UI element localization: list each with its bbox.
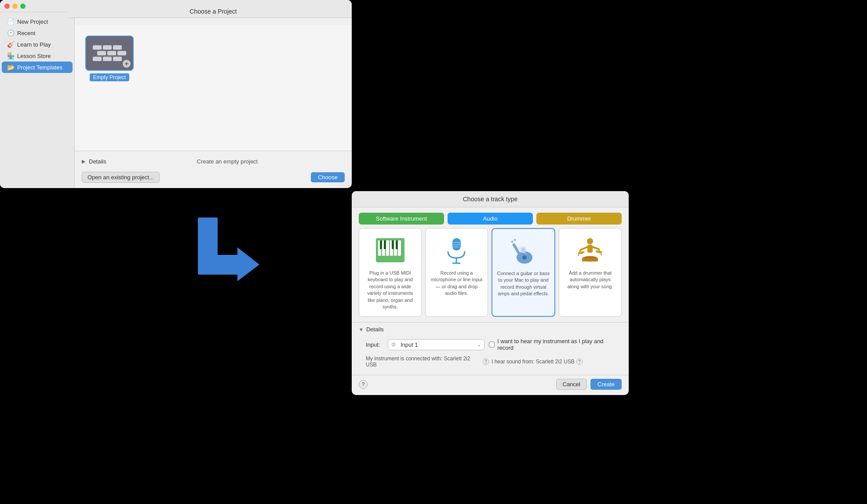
instrument-connected-text: My instrument is connected with: Scarlet… (366, 355, 481, 368)
guitar-desc: Connect a guitar or bass to your Mac to … (497, 270, 550, 297)
details-row: ▶ Details Create an empty project (75, 155, 352, 168)
maximize-button[interactable] (20, 4, 26, 9)
cancel-button[interactable]: Cancel (556, 379, 587, 390)
help-button[interactable]: ? (359, 380, 368, 389)
input-select[interactable]: Input 1 (388, 339, 484, 350)
piano-icon (375, 235, 406, 265)
track-details-chevron-icon[interactable]: ▼ (359, 327, 364, 332)
input-chevron-icon: ⌄ (477, 342, 481, 348)
instrument-info-row: My instrument is connected with: Scarlet… (359, 354, 622, 371)
brick-icon (90, 43, 129, 64)
drums-icon (575, 235, 606, 265)
svg-rect-15 (392, 240, 394, 249)
track-details-label: Details (366, 326, 384, 333)
input-circle-icon: ⊙ (391, 341, 396, 348)
tab-drummer[interactable]: Drummer (536, 213, 622, 225)
project-footer: Open an existing project... Choose (75, 168, 352, 188)
sidebar-item-label: Recent (17, 30, 35, 36)
sidebar-item-recent[interactable]: 🕐 Recent (2, 27, 73, 39)
option-software-instrument[interactable]: Plug in a USB MIDI keyboard to play and … (359, 228, 422, 317)
project-grid-area: + Empty Project (75, 25, 352, 151)
svg-rect-9 (386, 240, 389, 256)
svg-rect-13 (380, 240, 382, 249)
store-icon: 🏪 (7, 52, 15, 59)
empty-project-thumbnail: + (85, 36, 134, 71)
input-row: Input: ⊙ Input 1 ⌄ I want to hear my ins… (359, 335, 622, 354)
sidebar-item-project-templates[interactable]: 📂 Project Templates (2, 62, 73, 73)
sidebar-item-label: Learn to Play (17, 41, 51, 48)
input-select-wrap: ⊙ Input 1 ⌄ (388, 339, 484, 350)
sidebar-item-label: New Project (17, 18, 48, 25)
drummer-desc: Add a drummer that automatically plays a… (564, 270, 617, 290)
svg-point-25 (522, 255, 527, 260)
tab-software-instrument[interactable]: Software Instrument (359, 213, 444, 225)
hear-instrument-label: I want to hear my instrument as I play a… (497, 338, 615, 351)
option-drummer[interactable]: Add a drummer that automatically plays a… (559, 228, 622, 317)
software-instrument-desc: Plug in a USB MIDI keyboard to play and … (364, 270, 417, 310)
audio-microphone-desc: Record using a microphone or line input … (430, 270, 483, 297)
svg-point-31 (521, 248, 525, 251)
recent-icon: 🕐 (7, 29, 15, 36)
dialog-track-title: Choose a track type (352, 191, 629, 207)
empty-project-label: Empty Project (90, 73, 130, 81)
track-details-row: ▼ Details (359, 326, 622, 333)
option-guitar[interactable]: Connect a guitar or bass to your Mac to … (492, 228, 555, 317)
new-project-icon: 📄 (7, 18, 15, 25)
sidebar-item-learn-to-play[interactable]: 🎸 Learn to Play (2, 39, 73, 50)
track-details: ▼ Details Input: ⊙ Input 1 ⌄ I want to h… (352, 322, 629, 375)
svg-rect-16 (396, 240, 398, 249)
svg-rect-17 (452, 238, 461, 250)
instrument-connected-info: My instrument is connected with: Scarlet… (366, 355, 489, 368)
svg-rect-4 (198, 255, 240, 275)
project-grid: + Empty Project (82, 32, 345, 85)
svg-rect-24 (512, 243, 521, 255)
footer-buttons: Cancel Create (556, 379, 622, 390)
sound-from-info-icon[interactable]: ? (576, 359, 583, 365)
hear-instrument-checkbox[interactable] (489, 341, 495, 348)
checkbox-row: I want to hear my instrument as I play a… (489, 338, 615, 351)
svg-rect-39 (582, 258, 598, 261)
learn-icon: 🎸 (7, 41, 15, 48)
svg-point-26 (511, 240, 514, 243)
option-audio-microphone[interactable]: Record using a microphone or line input … (425, 228, 488, 317)
sidebar-item-label: Lesson Store (17, 53, 51, 59)
sidebar-item-lesson-store[interactable]: 🏪 Lesson Store (2, 50, 73, 62)
dialog-choose-project: 📄 New Project 🕐 Recent 🎸 Learn to Play 🏪… (0, 0, 352, 188)
plus-badge: + (123, 60, 131, 68)
svg-rect-33 (587, 245, 593, 253)
tab-audio[interactable]: Audio (448, 213, 533, 225)
svg-rect-12 (398, 240, 401, 256)
details-chevron-icon[interactable]: ▶ (82, 159, 85, 164)
create-button[interactable]: Create (590, 379, 622, 390)
sound-from-info: I hear sound from: Scarlett 2i2 USB ? (492, 359, 615, 365)
svg-line-36 (593, 247, 599, 249)
track-tabs: Software Instrument Audio Drummer (352, 207, 629, 228)
minimize-button[interactable] (12, 4, 18, 9)
track-options: Plug in a USB MIDI keyboard to play and … (352, 228, 629, 322)
guitar-icon (508, 235, 539, 266)
empty-project-tile[interactable]: + Empty Project (85, 36, 134, 81)
input-label: Input: (366, 341, 383, 348)
dialog-choose-track: Choose a track type Software Instrument … (352, 191, 629, 395)
l-arrow-svg (193, 218, 259, 297)
svg-line-34 (580, 247, 587, 250)
sound-from-text: I hear sound from: Scarlett 2i2 USB (492, 359, 575, 365)
close-button[interactable] (4, 4, 10, 9)
svg-point-27 (514, 239, 516, 241)
details-label: Details (89, 158, 106, 165)
choose-button[interactable]: Choose (311, 172, 345, 182)
svg-point-41 (595, 250, 603, 254)
details-description: Create an empty project (110, 158, 345, 165)
track-footer: ? Cancel Create (352, 375, 629, 395)
sidebar-item-new-project[interactable]: 📄 New Project (2, 16, 73, 27)
svg-marker-5 (237, 247, 259, 281)
instrument-info-icon-left[interactable]: ? (483, 359, 489, 365)
dialog-project-title: Choose a Project (68, 5, 352, 18)
microphone-icon (441, 235, 472, 265)
templates-icon: 📂 (7, 64, 15, 71)
sidebar: 📄 New Project 🕐 Recent 🎸 Learn to Play 🏪… (0, 12, 75, 188)
open-existing-button[interactable]: Open an existing project... (82, 172, 160, 183)
svg-rect-14 (384, 240, 386, 249)
svg-point-32 (587, 238, 593, 244)
sidebar-item-label: Project Templates (17, 64, 62, 71)
